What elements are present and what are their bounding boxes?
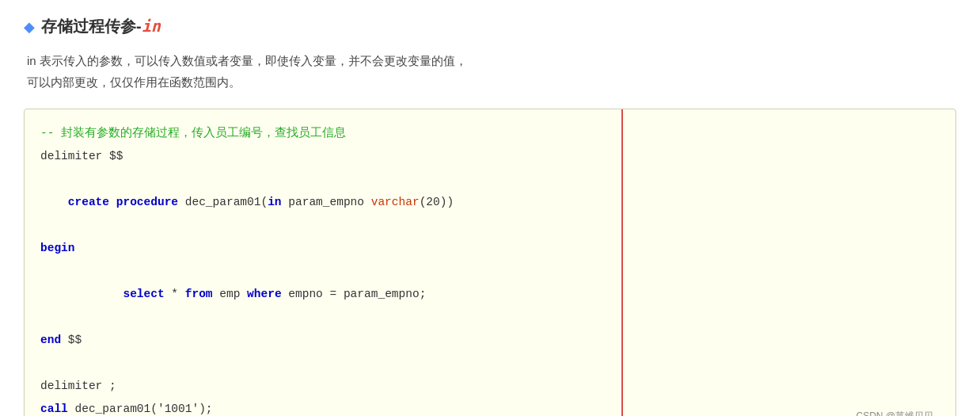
proc-name: dec_param01( [185, 196, 268, 208]
indent-space [68, 288, 123, 300]
kw-create: create procedure [68, 196, 185, 208]
title-suffix: in [142, 17, 161, 36]
table-name: emp [213, 288, 248, 300]
kw-in: in [268, 196, 281, 208]
kw-select: select [123, 288, 164, 300]
kw-from: from [185, 288, 213, 300]
type-size: (20)) [420, 196, 454, 208]
code-blank [40, 352, 940, 375]
title-main: 存储过程传参- [41, 17, 142, 35]
code-call-line: call dec_param01('1001'); [40, 398, 940, 416]
code-select-line: select * from emp where empno = param_em… [40, 260, 940, 329]
title-bar: ◆ 存储过程传参-in [24, 16, 956, 37]
code-begin: begin [40, 237, 940, 260]
watermark: CSDN @莱维贝贝、 [856, 406, 943, 416]
code-comment: -- 封装有参数的存储过程，传入员工编号，查找员工信息 [40, 122, 940, 145]
select-star: * [165, 288, 185, 300]
code-end: end $$ [40, 329, 940, 352]
page-title: 存储过程传参-in [41, 16, 161, 37]
description-block: in 表示传入的参数，可以传入数值或者变量，即使传入变量，并不会更改变量的值， … [27, 50, 956, 93]
vertical-divider [621, 109, 623, 416]
where-clause: empno = param_empno; [282, 288, 427, 300]
kw-call: call [40, 403, 68, 415]
description-line1: in 表示传入的参数，可以传入数值或者变量，即使传入变量，并不会更改变量的值， [27, 50, 956, 71]
call-args: dec_param01('1001'); [68, 403, 213, 415]
code-delimiter1: delimiter $$ [40, 145, 940, 168]
param-name: param_empno [282, 196, 371, 208]
type-varchar: varchar [371, 196, 420, 208]
diamond-icon: ◆ [24, 18, 35, 36]
kw-where: where [247, 288, 282, 300]
code-create-line: create procedure dec_param01(in param_em… [40, 168, 940, 237]
code-delimiter2: delimiter ; [40, 375, 940, 398]
code-block: -- 封装有参数的存储过程，传入员工编号，查找员工信息 delimiter $$… [24, 109, 956, 416]
description-line2: 可以内部更改，仅仅作用在函数范围内。 [27, 71, 956, 93]
